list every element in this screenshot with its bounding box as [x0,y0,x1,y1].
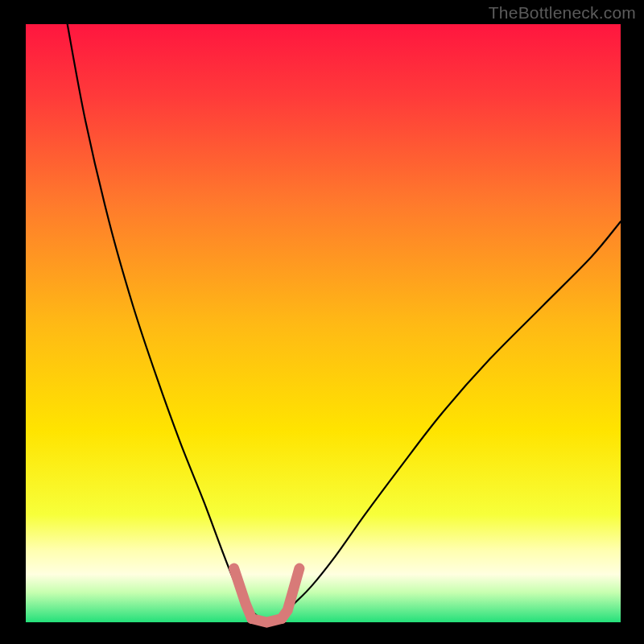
chart-frame: TheBottleneck.com [0,0,644,644]
chart-svg [0,0,644,644]
watermark-text: TheBottleneck.com [489,3,636,23]
plot-background [26,24,621,622]
